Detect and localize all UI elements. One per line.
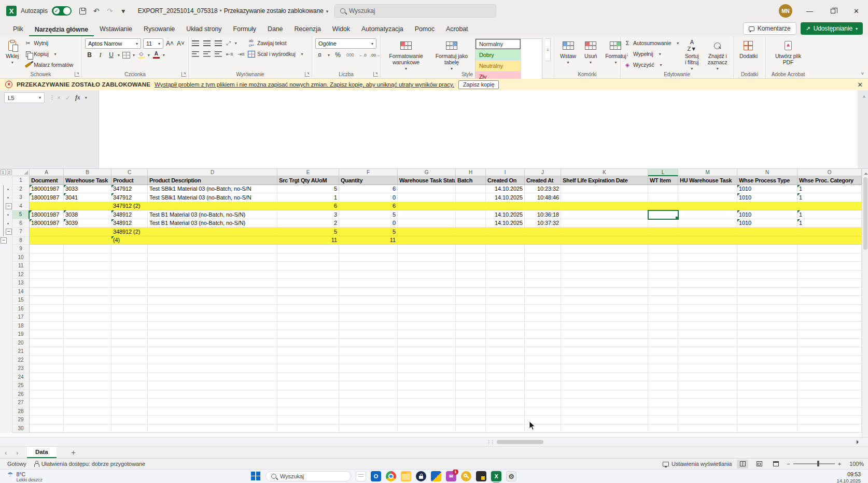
document-title[interactable]: EXPORT_20251014_075318•Przekazywanie zos…: [138, 7, 328, 15]
cell-L1[interactable]: WT Item: [648, 176, 678, 185]
cell-N13[interactable]: [737, 279, 797, 288]
autosave-toggle[interactable]: ✓: [52, 6, 72, 16]
redo-button[interactable]: ↷: [104, 5, 116, 17]
cell-K28[interactable]: [561, 407, 648, 416]
chevron-down-icon[interactable]: ▾: [163, 53, 165, 58]
cell-E26[interactable]: [277, 390, 339, 399]
tab-pomoc[interactable]: Pomoc: [409, 23, 440, 36]
cell-H8[interactable]: [456, 236, 486, 245]
cell-E15[interactable]: [277, 296, 339, 305]
cell-I13[interactable]: [486, 279, 525, 288]
cell-J1[interactable]: Created At: [525, 176, 561, 185]
cell-I17[interactable]: [486, 313, 525, 322]
defender-app-icon[interactable]: [431, 471, 441, 481]
cell-G30[interactable]: [398, 424, 456, 433]
cell-F21[interactable]: [339, 347, 398, 356]
enter-entry-icon[interactable]: ✓: [65, 94, 71, 102]
cell-D17[interactable]: [148, 313, 277, 322]
cell-H5[interactable]: [456, 210, 486, 219]
new-sheet-button[interactable]: +: [66, 448, 81, 457]
cell-H19[interactable]: [456, 330, 486, 339]
cell-O23[interactable]: [797, 364, 862, 373]
cell-E7[interactable]: 5: [277, 228, 339, 236]
row-header-24[interactable]: 24: [12, 373, 30, 382]
cell-N14[interactable]: [737, 288, 797, 296]
cell-E1[interactable]: Src Trgt Qty AUoM: [277, 176, 339, 185]
outline-level-button-1[interactable]: 1: [1, 169, 6, 175]
increase-indent-icon[interactable]: ⇥≡: [237, 51, 245, 57]
row-header-23[interactable]: 23: [12, 364, 30, 373]
cell-O16[interactable]: [797, 305, 862, 314]
cell-J25[interactable]: [525, 381, 561, 390]
cell-H28[interactable]: [456, 407, 486, 416]
cell-D22[interactable]: [148, 356, 277, 365]
close-message-bar-icon[interactable]: ✕: [857, 81, 863, 89]
cell-N27[interactable]: [737, 399, 797, 407]
align-left-icon[interactable]: [192, 51, 199, 57]
cell-E21[interactable]: [277, 347, 339, 356]
cell-C11[interactable]: [111, 262, 148, 271]
cell-J26[interactable]: [525, 390, 561, 399]
cell-E4[interactable]: 6: [277, 202, 339, 211]
file-explorer-app-icon[interactable]: [401, 471, 411, 481]
cell-E25[interactable]: [277, 381, 339, 390]
cell-L25[interactable]: [648, 381, 678, 390]
cell-E23[interactable]: [277, 364, 339, 373]
cell-L23[interactable]: [648, 364, 678, 373]
cell-E2[interactable]: 5: [277, 185, 339, 194]
cell-K8[interactable]: [561, 236, 648, 245]
cell-L2[interactable]: [648, 185, 678, 194]
cell-B8[interactable]: [64, 236, 111, 245]
tab-plik[interactable]: Plik: [7, 23, 29, 36]
cell-I2[interactable]: 14.10.2025: [486, 185, 525, 194]
cell-I29[interactable]: [486, 416, 525, 424]
cell-F7[interactable]: 5: [339, 228, 398, 236]
cell-L14[interactable]: [648, 288, 678, 296]
dev-app-icon[interactable]: [476, 471, 486, 481]
chevron-down-icon[interactable]: ▾: [85, 95, 87, 100]
cell-C18[interactable]: [111, 322, 148, 331]
cell-E27[interactable]: [277, 399, 339, 407]
cell-O17[interactable]: [797, 313, 862, 322]
col-header-L[interactable]: L: [648, 169, 678, 176]
cell-G4[interactable]: [398, 202, 456, 211]
conditional-formatting-button[interactable]: Formatowanie warunkowe▾: [384, 38, 428, 72]
cell-C19[interactable]: [111, 330, 148, 339]
cell-J7[interactable]: [525, 228, 561, 236]
chevron-down-icon[interactable]: ▾: [118, 53, 120, 58]
accessibility-status[interactable]: Ułatwienia dostępu: dobrze przygotowane: [34, 461, 145, 467]
cell-F18[interactable]: [339, 322, 398, 331]
borders-button[interactable]: [122, 50, 131, 60]
cell-N15[interactable]: [737, 296, 797, 305]
cell-G3[interactable]: [398, 193, 456, 202]
cell-F22[interactable]: [339, 356, 398, 365]
outline-collapse-button[interactable]: −: [6, 229, 12, 235]
cell-F5[interactable]: 5: [339, 210, 398, 219]
cell-D9[interactable]: [148, 245, 277, 253]
zoom-slider-thumb[interactable]: [817, 461, 819, 466]
cell-I11[interactable]: [486, 262, 525, 271]
cell-K20[interactable]: [561, 339, 648, 348]
cell-H13[interactable]: [456, 279, 486, 288]
cell-D15[interactable]: [148, 296, 277, 305]
notification-app-icon[interactable]: ✉1: [446, 471, 456, 481]
align-bottom-icon[interactable]: [215, 40, 222, 46]
cell-K5[interactable]: [561, 210, 648, 219]
sort-filter-button[interactable]: AZ▼Sortuj i filtruj▾: [682, 38, 702, 72]
cell-O18[interactable]: [797, 322, 862, 331]
cell-I15[interactable]: [486, 296, 525, 305]
cell-E9[interactable]: [277, 245, 339, 253]
row-header-18[interactable]: 18: [12, 322, 30, 331]
cell-A22[interactable]: [30, 356, 64, 365]
cell-B1[interactable]: Warehouse Task: [64, 176, 111, 185]
grow-font-button[interactable]: A˄: [165, 39, 174, 48]
cell-A16[interactable]: [30, 305, 64, 314]
col-header-N[interactable]: N: [737, 169, 797, 176]
cell-D12[interactable]: [148, 271, 277, 279]
cell-G24[interactable]: [398, 373, 456, 382]
scroll-right-icon[interactable]: [857, 440, 861, 444]
row-header-19[interactable]: 19: [12, 330, 30, 339]
cell-M3[interactable]: [678, 193, 737, 202]
align-middle-icon[interactable]: [203, 40, 211, 46]
row-header-29[interactable]: 29: [12, 416, 30, 424]
